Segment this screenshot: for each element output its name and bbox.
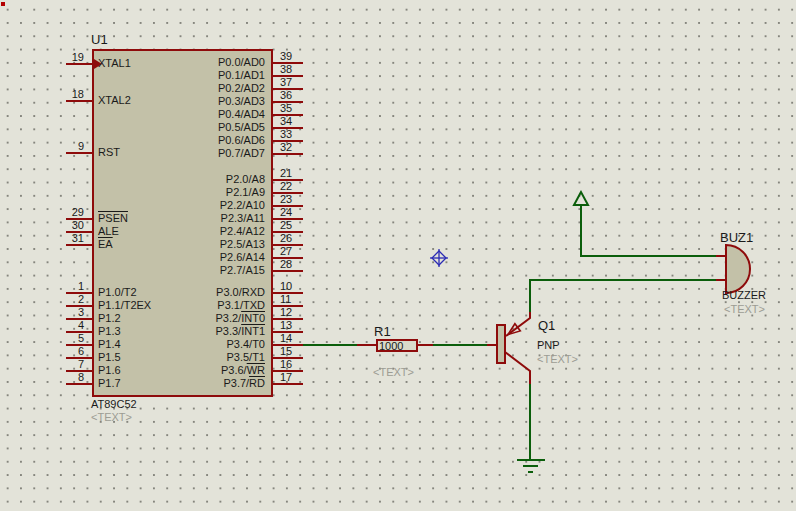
schematic-canvas[interactable]: U1 AT89C52 <TEXT> R1 1000 <TEXT> Q1 PNP … <box>0 0 796 511</box>
buzzer-ref-label[interactable]: BUZ1 <box>720 231 753 244</box>
pin-number-label: 15 <box>280 345 308 357</box>
pin-number-label: 24 <box>280 206 308 218</box>
pin-number-label: 36 <box>280 89 308 101</box>
pin-name-label: P2.4/A12 <box>152 225 265 238</box>
pin-name-label: P3.7/RD <box>152 377 265 390</box>
pin-name-label: P2.5/A13 <box>152 238 265 251</box>
pin-name-label: P1.3 <box>98 325 121 338</box>
resistor-value-label[interactable]: 1000 <box>379 340 403 353</box>
pin-name-label: P0.6/AD6 <box>152 134 265 147</box>
pin-name-label: EA <box>98 238 113 251</box>
wire-emitter-to-buzzer[interactable] <box>530 280 716 313</box>
buzzer-value-label[interactable]: BUZZER <box>722 289 766 302</box>
pin-number-label: 11 <box>280 293 308 305</box>
pin-number-label: 31 <box>56 232 84 244</box>
power-symbol[interactable] <box>574 192 588 205</box>
pin-number-label: 37 <box>280 76 308 88</box>
pin-name-label: P0.2/AD2 <box>152 82 265 95</box>
pin-number-label: 28 <box>280 258 308 270</box>
pin-name-label: XTAL2 <box>98 94 131 107</box>
pin-name-label: P0.5/AD5 <box>152 121 265 134</box>
chip-text-placeholder[interactable]: <TEXT> <box>91 411 132 424</box>
transistor-q1[interactable] <box>487 312 530 384</box>
pin-name-label: P1.0/T2 <box>98 286 137 299</box>
pin-number-label: 1 <box>56 280 84 292</box>
pin-name-label: P2.1/A9 <box>152 186 265 199</box>
pin-number-label: 18 <box>56 88 84 100</box>
pin-name-label: P2.7/A15 <box>152 264 265 277</box>
pin-name-label: P3.1/TXD <box>152 299 265 312</box>
pin-name-label: P2.0/A8 <box>152 173 265 186</box>
transistor-value-label[interactable]: PNP <box>537 339 560 352</box>
pin-name-label: ALE <box>98 225 119 238</box>
pin-number-label: 23 <box>280 193 308 205</box>
pin-number-label: 22 <box>280 180 308 192</box>
transistor-collector <box>505 352 530 384</box>
pin-name-label: P0.7/AD7 <box>152 147 265 160</box>
pin-name-label: P0.3/AD3 <box>152 95 265 108</box>
pin-number-label: 27 <box>280 245 308 257</box>
pin-name-label: P1.2 <box>98 312 121 325</box>
pin-number-label: 19 <box>56 51 84 63</box>
pin-name-label: P3.0/RXD <box>152 286 265 299</box>
resistor-ref-label[interactable]: R1 <box>374 325 391 338</box>
pin-name-label: P3.3/INT1 <box>152 325 265 338</box>
origin-marker <box>430 249 448 267</box>
pin-number-label: 3 <box>56 306 84 318</box>
pin-number-label: 34 <box>280 115 308 127</box>
pin-number-label: 17 <box>280 371 308 383</box>
pin-name-label: P3.2/INT0 <box>152 312 265 325</box>
chip-ref-label[interactable]: U1 <box>91 33 108 46</box>
pin-name-label: P0.1/AD1 <box>152 69 265 82</box>
pin-number-label: 6 <box>56 345 84 357</box>
pin-number-label: 12 <box>280 306 308 318</box>
pin-name-label: P3.6/WR <box>152 364 265 377</box>
pin-number-label: 2 <box>56 293 84 305</box>
pin-name-label: RST <box>98 146 120 159</box>
transistor-text-placeholder[interactable]: <TEXT> <box>537 353 578 366</box>
pin-number-label: 7 <box>56 358 84 370</box>
pin-name-label: P3.4/T0 <box>152 338 265 351</box>
pin-name-label: P0.0/AD0 <box>152 56 265 69</box>
pin-number-label: 10 <box>280 280 308 292</box>
transistor-ref-label[interactable]: Q1 <box>538 319 555 332</box>
pin-number-label: 39 <box>280 50 308 62</box>
sheet-corner-marker <box>1 2 5 6</box>
pin-number-label: 13 <box>280 319 308 331</box>
buzzer-body <box>726 245 750 293</box>
pin-number-label: 16 <box>280 358 308 370</box>
resistor-text-placeholder[interactable]: <TEXT> <box>373 366 414 379</box>
pin-name-label: P0.4/AD4 <box>152 108 265 121</box>
pin-number-label: 30 <box>56 219 84 231</box>
wire-power-to-buzzer[interactable] <box>581 205 716 256</box>
pin-number-label: 29 <box>56 206 84 218</box>
pin-number-label: 35 <box>280 102 308 114</box>
pin-number-label: 8 <box>56 371 84 383</box>
buzzer-buz1[interactable] <box>716 245 750 293</box>
pin-name-label: P3.5/T1 <box>152 351 265 364</box>
pin-name-label: PSEN <box>98 212 128 225</box>
pin-number-label: 14 <box>280 332 308 344</box>
ground-symbol[interactable] <box>517 460 545 472</box>
pin-number-label: 26 <box>280 232 308 244</box>
pin-name-label: P1.1/T2EX <box>98 299 151 312</box>
pin-name-label: P2.6/A14 <box>152 251 265 264</box>
pin-number-label: 38 <box>280 63 308 75</box>
pin-number-label: 32 <box>280 141 308 153</box>
pin-name-label: P1.4 <box>98 338 121 351</box>
chip-value-label[interactable]: AT89C52 <box>91 398 137 411</box>
pin-number-label: 9 <box>56 140 84 152</box>
pin-name-label: P2.2/A10 <box>152 199 265 212</box>
power-arrow-icon <box>574 192 588 205</box>
pin-number-label: 4 <box>56 319 84 331</box>
pin-name-label: P1.7 <box>98 377 121 390</box>
transistor-base-bar <box>497 325 505 363</box>
pin-name-label: XTAL1 <box>98 57 131 70</box>
pin-number-label: 21 <box>280 167 308 179</box>
schematic-graphics <box>0 0 796 511</box>
pin-number-label: 5 <box>56 332 84 344</box>
pin-number-label: 25 <box>280 219 308 231</box>
buzzer-text-placeholder[interactable]: <TEXT> <box>724 303 765 316</box>
pin-name-label: P2.3/A11 <box>152 212 265 225</box>
pin-name-label: P1.5 <box>98 351 121 364</box>
